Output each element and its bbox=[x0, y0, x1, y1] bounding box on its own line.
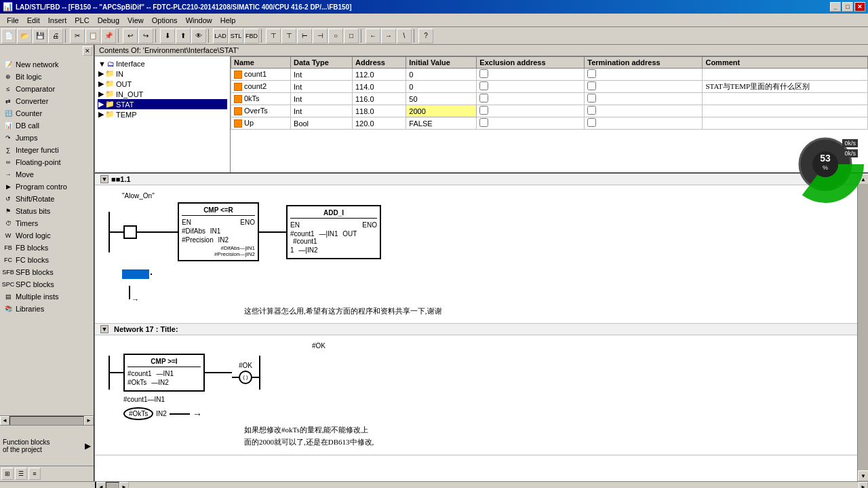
tb-arr1[interactable]: ← bbox=[366, 29, 380, 43]
minimize-btn[interactable]: _ bbox=[830, 2, 841, 12]
network-16-collapse[interactable]: ▼ bbox=[100, 175, 108, 183]
sidebar-item-status-bits[interactable]: ⚑ Status bits bbox=[1, 205, 92, 217]
tb-print[interactable]: 🖨 bbox=[48, 29, 63, 43]
h-scroll-end[interactable]: ► bbox=[859, 482, 868, 488]
cell-term bbox=[585, 69, 703, 81]
sidebar-item-bit-logic[interactable]: ⊕ Bit logic bbox=[1, 71, 92, 83]
close-btn[interactable]: ✕ bbox=[854, 2, 865, 12]
excl-checkbox[interactable] bbox=[479, 118, 488, 127]
table-row[interactable]: count1Int112.00 bbox=[231, 69, 868, 81]
table-row[interactable]: 0kTsInt116.050 bbox=[231, 93, 868, 105]
tb-h1[interactable]: ⊤ bbox=[266, 29, 281, 43]
sidebar-item-new-network[interactable]: 📝 New network bbox=[1, 58, 92, 71]
tb-open[interactable]: 📂 bbox=[17, 29, 32, 43]
scroll-track-v[interactable] bbox=[858, 185, 868, 470]
tb-undo[interactable]: ↩ bbox=[123, 29, 138, 43]
tb-paste[interactable]: 📌 bbox=[101, 29, 116, 43]
tb-lad[interactable]: LAD bbox=[213, 29, 228, 43]
tb-v1[interactable]: ⊢ bbox=[297, 29, 312, 43]
sidebar-item-shift-rotate[interactable]: ↺ Shift/Rotate bbox=[1, 193, 92, 205]
sidebar-item-comparator[interactable]: ≤ Comparator bbox=[1, 83, 92, 95]
sidebar-item-program-control[interactable]: ▶ Program contro bbox=[1, 181, 92, 193]
tb-cut[interactable]: ✂ bbox=[70, 29, 85, 43]
scroll-right-btn[interactable]: ► bbox=[84, 416, 94, 426]
tree-expand-temp: ▶ bbox=[98, 110, 104, 119]
table-row[interactable]: UpBool120.0FALSE bbox=[231, 117, 868, 130]
sidebar-item-counter[interactable]: 🔢 Counter bbox=[1, 107, 92, 119]
tb-box[interactable]: □ bbox=[344, 29, 359, 43]
blue-bar[interactable] bbox=[122, 269, 149, 279]
tb-help[interactable]: ? bbox=[418, 29, 433, 43]
tb-v2[interactable]: ⊣ bbox=[313, 29, 328, 43]
excl-checkbox[interactable] bbox=[479, 94, 488, 102]
tb-h2[interactable]: ⊤ bbox=[281, 29, 296, 43]
tree-interface[interactable]: ▼ 🗂 Interface bbox=[98, 59, 227, 69]
sidebar-expand-icon[interactable]: ▶ bbox=[85, 441, 91, 451]
menu-options[interactable]: Options bbox=[148, 15, 182, 26]
sidebar-item-move[interactable]: → Move bbox=[1, 168, 92, 181]
cell-name: OverTs bbox=[231, 105, 291, 117]
tree-temp[interactable]: ▶ 📁 TEMP bbox=[98, 109, 227, 119]
excl-checkbox[interactable] bbox=[479, 69, 488, 78]
scroll-down-btn[interactable]: ▼ bbox=[858, 470, 868, 481]
network-17-collapse[interactable]: ▼ bbox=[100, 325, 108, 333]
tb-arr2[interactable]: → bbox=[381, 29, 396, 43]
term-checkbox[interactable] bbox=[587, 94, 596, 102]
tb-redo[interactable]: ↪ bbox=[138, 29, 153, 43]
scroll-left-btn[interactable]: ◄ bbox=[0, 416, 9, 426]
h-scroll-left[interactable]: ◄ bbox=[96, 482, 106, 488]
sidebar-item-integer[interactable]: ∑ Integer functi bbox=[1, 144, 92, 156]
table-row[interactable]: count2Int114.00STAT与TEMP里面的有什么区别 bbox=[231, 81, 868, 93]
term-checkbox[interactable] bbox=[587, 106, 596, 115]
tree-in-out[interactable]: ▶ 📁 IN_OUT bbox=[98, 89, 227, 99]
menu-insert[interactable]: Insert bbox=[44, 15, 71, 26]
term-checkbox[interactable] bbox=[587, 118, 596, 127]
tb-ul[interactable]: ⬆ bbox=[176, 29, 191, 43]
sidebar-item-floating-point[interactable]: ∞ Floating-point bbox=[1, 156, 92, 168]
term-checkbox[interactable] bbox=[587, 81, 596, 90]
tb-save[interactable]: 💾 bbox=[33, 29, 47, 43]
cell-type: Int bbox=[291, 105, 353, 117]
h-scroll-right[interactable]: ► bbox=[119, 482, 129, 488]
h-scroll-thumb[interactable] bbox=[106, 482, 119, 488]
tb-dl[interactable]: ⬇ bbox=[160, 29, 175, 43]
sidebar-item-db-call[interactable]: 📊 DB call bbox=[1, 119, 92, 132]
sidebar-item-timers[interactable]: ⏱ Timers bbox=[1, 217, 92, 229]
sidebar-tb-1[interactable]: ⊞ bbox=[1, 468, 14, 480]
excl-checkbox[interactable] bbox=[479, 81, 488, 90]
menu-view[interactable]: View bbox=[123, 15, 148, 26]
table-row[interactable]: OverTsInt118.02000 bbox=[231, 105, 868, 117]
sidebar-item-converter[interactable]: ⇄ Converter bbox=[1, 95, 92, 107]
sidebar-item-sfb-blocks[interactable]: SFB SFB blocks bbox=[1, 266, 92, 278]
sidebar-item-fb-blocks[interactable]: FB FB blocks bbox=[1, 242, 92, 254]
sidebar-close-btn[interactable]: ✕ bbox=[83, 46, 92, 56]
sidebar-item-fc-blocks[interactable]: FC FC blocks bbox=[1, 254, 92, 266]
menu-help[interactable]: Help bbox=[216, 15, 240, 26]
tb-copy[interactable]: 📋 bbox=[85, 29, 100, 43]
tb-fbd[interactable]: FBD bbox=[244, 29, 259, 43]
menu-plc[interactable]: PLC bbox=[71, 15, 93, 26]
tb-circle[interactable]: ○ bbox=[328, 29, 343, 43]
tb-arr3[interactable]: \ bbox=[397, 29, 412, 43]
menu-debug[interactable]: Debug bbox=[94, 15, 123, 26]
tb-mon[interactable]: 👁 bbox=[191, 29, 206, 43]
maximize-btn[interactable]: □ bbox=[842, 2, 853, 12]
sidebar-item-jumps[interactable]: ↷ Jumps bbox=[1, 132, 92, 144]
tree-in[interactable]: ▶ 📁 IN bbox=[98, 69, 227, 79]
sidebar-item-word-logic[interactable]: W Word logic bbox=[1, 229, 92, 242]
menu-file[interactable]: File bbox=[3, 15, 23, 26]
sidebar-item-multiple[interactable]: ▤ Multiple insts bbox=[1, 290, 92, 303]
menu-edit[interactable]: Edit bbox=[23, 15, 44, 26]
term-checkbox[interactable] bbox=[587, 69, 596, 78]
sidebar-tb-3[interactable]: ≡ bbox=[28, 468, 41, 480]
sidebar-tb-2[interactable]: ☰ bbox=[15, 468, 27, 480]
tb-stl[interactable]: STL bbox=[229, 29, 243, 43]
tree-stat[interactable]: ▶ 📁 STAT bbox=[98, 99, 227, 109]
sidebar-item-libraries[interactable]: 📚 Libraries bbox=[1, 303, 92, 315]
menu-window[interactable]: Window bbox=[182, 15, 216, 26]
scroll-track[interactable] bbox=[9, 416, 84, 426]
sidebar-item-spc-blocks[interactable]: SPC SPC blocks bbox=[1, 278, 92, 290]
tb-new[interactable]: 📄 bbox=[1, 29, 16, 43]
tree-out[interactable]: ▶ 📁 OUT bbox=[98, 79, 227, 89]
excl-checkbox[interactable] bbox=[479, 106, 488, 115]
